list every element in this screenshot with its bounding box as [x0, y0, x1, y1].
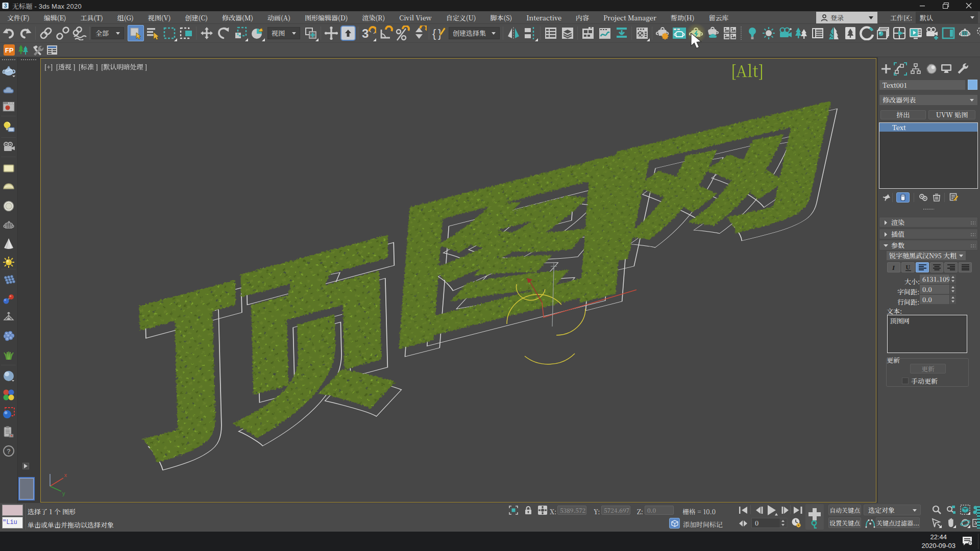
toolbar-grip[interactable]: [20, 59, 37, 61]
selection-filter-dropdown[interactable]: 全部: [91, 27, 124, 39]
configure-modifier-sets-button[interactable]: [948, 192, 960, 203]
molecule-button[interactable]: [2, 292, 16, 306]
remove-modifier-button[interactable]: [931, 192, 942, 203]
minimize-button[interactable]: [911, 0, 934, 11]
viewport-menu-shading[interactable]: [默认明暗处理 ]: [101, 62, 147, 71]
bind-to-space-warp-button[interactable]: [71, 24, 88, 42]
pin-stack-button[interactable]: [881, 192, 892, 203]
isolate-selection-toggle[interactable]: [669, 518, 680, 529]
manual-update-row[interactable]: 手动更新: [902, 376, 938, 386]
open-asset-library-button[interactable]: [721, 24, 738, 42]
plane-primitive-button[interactable]: [2, 161, 16, 176]
toolbar-overflow-arrow[interactable]: [22, 463, 29, 469]
leading-spinner[interactable]: [949, 295, 956, 304]
cloud-button[interactable]: [2, 83, 16, 97]
panel-resize-grip[interactable]: [923, 208, 934, 210]
camera-lister-button[interactable]: [777, 24, 793, 42]
menu-views[interactable]: 视图(V): [141, 11, 178, 24]
tab-hierarchy[interactable]: [909, 62, 923, 76]
field-of-view-button[interactable]: [931, 517, 942, 529]
menu-modifiers[interactable]: 修改器(M): [215, 11, 260, 24]
light-lister-tool-button[interactable]: [2, 120, 16, 134]
menu-customize[interactable]: 自定义(U): [439, 11, 483, 24]
justify-button[interactable]: [959, 262, 972, 272]
rollout-interpolation[interactable]: 插值: [879, 229, 978, 239]
select-and-manipulate-button[interactable]: [323, 24, 339, 42]
align-button[interactable]: [522, 24, 538, 42]
zoom-button[interactable]: [931, 504, 942, 515]
x-coordinate-field[interactable]: 5389.572: [557, 506, 586, 515]
text-input-area[interactable]: 顶图网: [887, 315, 967, 353]
percent-snap-toggle-button[interactable]: [394, 24, 410, 42]
forest-pack-button[interactable]: FP: [2, 43, 16, 57]
size-spinner[interactable]: [949, 274, 956, 284]
go-to-start-button[interactable]: [738, 505, 749, 516]
tab-utilities[interactable]: [955, 62, 970, 76]
viewport-label[interactable]: [+] [透视 ] [标准 ] [默认明暗处理 ]: [44, 62, 147, 71]
viewport-layout-tabs-strip[interactable]: [977, 506, 980, 529]
key-filters-button[interactable]: 关键点过滤器...: [876, 517, 920, 528]
select-and-rotate-button[interactable]: [215, 24, 232, 42]
angle-snap-toggle-button[interactable]: [377, 24, 394, 42]
orbit-button[interactable]: [960, 517, 971, 529]
object-name-field[interactable]: Text001: [879, 80, 965, 90]
substance-button[interactable]: [859, 24, 875, 42]
menu-edit[interactable]: 编辑(E): [37, 11, 74, 24]
modifier-stack[interactable]: Text: [879, 122, 978, 189]
viewport[interactable]: 顶 图 网 顶 图 网 x y: [40, 58, 876, 503]
teapot-wire-tool-button[interactable]: [2, 218, 16, 233]
window-crossing-button[interactable]: [178, 24, 194, 42]
mirror-button[interactable]: [505, 24, 522, 42]
sun-light-button[interactable]: [2, 255, 16, 269]
play-animation-button[interactable]: [765, 504, 779, 517]
disc-primitive-button[interactable]: [2, 199, 16, 213]
batch-tool-button[interactable]: [891, 24, 908, 42]
menu-scripting[interactable]: 脚本(S): [483, 11, 519, 24]
toggle-layer-explorer-button[interactable]: [559, 24, 576, 42]
frame-spinner[interactable]: [779, 518, 786, 528]
extrude-button[interactable]: 挤出: [880, 110, 926, 119]
sphere-blue-button[interactable]: [2, 369, 16, 383]
viewport-menu-pov[interactable]: [透视 ]: [56, 62, 75, 71]
grass-button[interactable]: [2, 347, 16, 361]
go-to-end-button[interactable]: [792, 505, 803, 516]
forest-tools-button[interactable]: [826, 24, 842, 42]
modifier-stack-item-text[interactable]: Text: [879, 123, 977, 132]
size-field[interactable]: 6131.109: [920, 274, 949, 284]
selection-lock-toggle[interactable]: [523, 505, 534, 516]
set-key-button[interactable]: 设置关键点: [828, 517, 861, 528]
notification-icon[interactable]: [962, 536, 973, 547]
image-stack-button[interactable]: [875, 24, 891, 42]
zoom-extents-selected-button[interactable]: [960, 504, 971, 515]
z-coordinate-field[interactable]: 0.0: [645, 506, 674, 515]
menu-help[interactable]: 帮助(H): [664, 11, 702, 24]
select-and-scale-button[interactable]: [232, 24, 249, 42]
tab-display[interactable]: [939, 62, 953, 76]
camera-plus-button[interactable]: [924, 24, 940, 42]
manual-update-checkbox[interactable]: [902, 378, 909, 384]
preview-monitor-button[interactable]: [908, 24, 924, 42]
dome-primitive-button[interactable]: [2, 179, 16, 193]
auto-key-button[interactable]: 自动关键点: [828, 505, 861, 515]
use-pivot-point-center-button[interactable]: [302, 24, 319, 42]
snaps-toggle-3d-button[interactable]: 3: [360, 24, 377, 42]
viewport-window-button[interactable]: [940, 24, 957, 42]
curve-editor-button[interactable]: [596, 24, 613, 42]
lister-button[interactable]: [45, 43, 59, 57]
menu-project-manager[interactable]: Project Manager: [596, 11, 664, 24]
unlink-selection-button[interactable]: [54, 24, 71, 42]
key-mode-dropdown[interactable]: 选定对象: [864, 505, 921, 515]
teapot-wire-button[interactable]: [957, 24, 973, 42]
select-object-button[interactable]: [127, 24, 144, 42]
update-button[interactable]: 更新: [910, 364, 946, 373]
toggle-scene-explorer-button[interactable]: [542, 24, 559, 42]
menu-group[interactable]: 组(G): [110, 11, 141, 24]
tools-button[interactable]: [31, 43, 45, 57]
menu-liuyunku[interactable]: 留云库: [701, 11, 736, 24]
keyboard-shortcut-override-toggle[interactable]: [339, 24, 356, 42]
previous-frame-button[interactable]: [753, 505, 765, 516]
light-lister-button[interactable]: [744, 24, 761, 42]
key-mode-toggle[interactable]: [738, 518, 749, 529]
rendered-frame-window-button[interactable]: [671, 24, 688, 42]
taskbar-clock[interactable]: 22:44 2020-09-03: [922, 533, 956, 550]
